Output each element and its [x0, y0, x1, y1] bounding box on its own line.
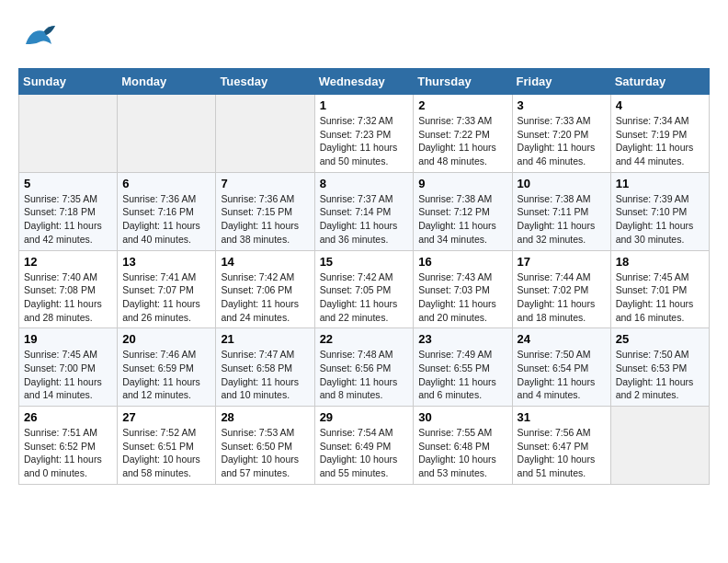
day-number: 27: [122, 410, 210, 424]
day-info: Sunrise: 7:32 AM Sunset: 7:23 PM Dayligh…: [320, 114, 409, 168]
calendar-cell: [216, 95, 314, 173]
day-info: Sunrise: 7:36 AM Sunset: 7:15 PM Dayligh…: [221, 192, 309, 247]
calendar-cell: 14Sunrise: 7:42 AM Sunset: 7:06 PM Dayli…: [216, 250, 314, 328]
calendar-cell: 27Sunrise: 7:52 AM Sunset: 6:51 PM Dayli…: [118, 407, 216, 485]
calendar-header-saturday: Saturday: [610, 69, 709, 95]
calendar-cell: 8Sunrise: 7:37 AM Sunset: 7:14 PM Daylig…: [314, 172, 414, 250]
calendar-cell: 6Sunrise: 7:36 AM Sunset: 7:16 PM Daylig…: [118, 172, 216, 250]
day-number: 2: [418, 98, 506, 112]
calendar-cell: 23Sunrise: 7:49 AM Sunset: 6:55 PM Dayli…: [414, 328, 512, 407]
calendar-cell: 9Sunrise: 7:38 AM Sunset: 7:12 PM Daylig…: [414, 172, 512, 250]
day-number: 22: [320, 332, 409, 346]
calendar-cell: 2Sunrise: 7:33 AM Sunset: 7:22 PM Daylig…: [414, 95, 512, 173]
calendar-cell: 11Sunrise: 7:39 AM Sunset: 7:10 PM Dayli…: [610, 172, 709, 250]
calendar-cell: 7Sunrise: 7:36 AM Sunset: 7:15 PM Daylig…: [216, 172, 314, 250]
day-info: Sunrise: 7:42 AM Sunset: 7:05 PM Dayligh…: [320, 270, 409, 325]
calendar-cell: 10Sunrise: 7:38 AM Sunset: 7:11 PM Dayli…: [512, 172, 610, 250]
calendar-cell: 20Sunrise: 7:46 AM Sunset: 6:59 PM Dayli…: [118, 328, 216, 407]
calendar-header-tuesday: Tuesday: [216, 69, 314, 95]
day-info: Sunrise: 7:53 AM Sunset: 6:50 PM Dayligh…: [221, 426, 309, 480]
day-number: 28: [221, 410, 309, 424]
day-number: 19: [24, 332, 112, 346]
calendar-cell: 21Sunrise: 7:47 AM Sunset: 6:58 PM Dayli…: [216, 328, 314, 407]
day-info: Sunrise: 7:40 AM Sunset: 7:08 PM Dayligh…: [24, 270, 112, 325]
calendar-cell: 26Sunrise: 7:51 AM Sunset: 6:52 PM Dayli…: [19, 407, 118, 485]
day-number: 15: [320, 255, 409, 269]
calendar-cell: 30Sunrise: 7:55 AM Sunset: 6:48 PM Dayli…: [414, 407, 512, 485]
day-info: Sunrise: 7:44 AM Sunset: 7:02 PM Dayligh…: [518, 270, 606, 325]
day-number: 9: [418, 177, 506, 190]
calendar-week-2: 5Sunrise: 7:35 AM Sunset: 7:18 PM Daylig…: [19, 172, 710, 250]
calendar-week-4: 19Sunrise: 7:45 AM Sunset: 7:00 PM Dayli…: [19, 328, 710, 407]
day-info: Sunrise: 7:46 AM Sunset: 6:59 PM Dayligh…: [122, 348, 210, 402]
day-info: Sunrise: 7:49 AM Sunset: 6:55 PM Dayligh…: [418, 348, 506, 402]
calendar-header-thursday: Thursday: [414, 69, 512, 95]
calendar-cell: 13Sunrise: 7:41 AM Sunset: 7:07 PM Dayli…: [118, 250, 216, 328]
calendar-cell: 1Sunrise: 7:32 AM Sunset: 7:23 PM Daylig…: [314, 95, 414, 173]
calendar-cell: [19, 95, 118, 173]
calendar-week-3: 12Sunrise: 7:40 AM Sunset: 7:08 PM Dayli…: [19, 250, 710, 328]
calendar-cell: 5Sunrise: 7:35 AM Sunset: 7:18 PM Daylig…: [19, 172, 118, 250]
calendar-header-wednesday: Wednesday: [314, 69, 414, 95]
day-number: 10: [518, 177, 606, 190]
calendar-cell: 28Sunrise: 7:53 AM Sunset: 6:50 PM Dayli…: [216, 407, 314, 485]
day-number: 24: [518, 332, 606, 346]
calendar-cell: 18Sunrise: 7:45 AM Sunset: 7:01 PM Dayli…: [610, 250, 709, 328]
day-info: Sunrise: 7:37 AM Sunset: 7:14 PM Dayligh…: [320, 192, 409, 247]
calendar-week-5: 26Sunrise: 7:51 AM Sunset: 6:52 PM Dayli…: [19, 407, 710, 485]
day-number: 21: [221, 332, 309, 346]
day-info: Sunrise: 7:42 AM Sunset: 7:06 PM Dayligh…: [221, 270, 309, 325]
day-number: 7: [221, 177, 309, 190]
calendar-table: SundayMondayTuesdayWednesdayThursdayFrid…: [18, 68, 710, 485]
day-number: 26: [24, 410, 112, 424]
day-number: 13: [122, 255, 210, 269]
day-info: Sunrise: 7:38 AM Sunset: 7:11 PM Dayligh…: [518, 192, 606, 247]
calendar-cell: [118, 95, 216, 173]
day-number: 14: [221, 255, 309, 269]
day-info: Sunrise: 7:38 AM Sunset: 7:12 PM Dayligh…: [418, 192, 506, 247]
calendar-cell: 31Sunrise: 7:56 AM Sunset: 6:47 PM Dayli…: [512, 407, 610, 485]
day-number: 3: [518, 98, 606, 112]
day-info: Sunrise: 7:33 AM Sunset: 7:22 PM Dayligh…: [418, 114, 506, 168]
calendar-body: 1Sunrise: 7:32 AM Sunset: 7:23 PM Daylig…: [19, 95, 710, 485]
day-info: Sunrise: 7:55 AM Sunset: 6:48 PM Dayligh…: [418, 426, 506, 480]
calendar-cell: 19Sunrise: 7:45 AM Sunset: 7:00 PM Dayli…: [19, 328, 118, 407]
day-info: Sunrise: 7:39 AM Sunset: 7:10 PM Dayligh…: [616, 192, 704, 247]
page-header: [18, 18, 710, 59]
calendar-header-friday: Friday: [512, 69, 610, 95]
logo: [18, 18, 63, 59]
day-number: 8: [320, 177, 409, 190]
day-info: Sunrise: 7:47 AM Sunset: 6:58 PM Dayligh…: [221, 348, 309, 402]
calendar-cell: 3Sunrise: 7:33 AM Sunset: 7:20 PM Daylig…: [512, 95, 610, 173]
day-info: Sunrise: 7:48 AM Sunset: 6:56 PM Dayligh…: [320, 348, 409, 402]
day-info: Sunrise: 7:41 AM Sunset: 7:07 PM Dayligh…: [122, 270, 210, 325]
day-info: Sunrise: 7:50 AM Sunset: 6:53 PM Dayligh…: [616, 348, 704, 402]
day-number: 20: [122, 332, 210, 346]
day-info: Sunrise: 7:35 AM Sunset: 7:18 PM Dayligh…: [24, 192, 112, 247]
calendar-cell: [610, 407, 709, 485]
day-number: 23: [418, 332, 506, 346]
day-number: 17: [518, 255, 606, 269]
day-info: Sunrise: 7:52 AM Sunset: 6:51 PM Dayligh…: [122, 426, 210, 480]
day-number: 18: [616, 255, 704, 269]
calendar-cell: 15Sunrise: 7:42 AM Sunset: 7:05 PM Dayli…: [314, 250, 414, 328]
logo-icon: [18, 18, 59, 59]
day-number: 4: [616, 98, 704, 112]
day-info: Sunrise: 7:34 AM Sunset: 7:19 PM Dayligh…: [616, 114, 704, 168]
day-number: 31: [518, 410, 606, 424]
day-info: Sunrise: 7:50 AM Sunset: 6:54 PM Dayligh…: [518, 348, 606, 402]
day-info: Sunrise: 7:54 AM Sunset: 6:49 PM Dayligh…: [320, 426, 409, 480]
day-info: Sunrise: 7:43 AM Sunset: 7:03 PM Dayligh…: [418, 270, 506, 325]
day-number: 25: [616, 332, 704, 346]
calendar-cell: 12Sunrise: 7:40 AM Sunset: 7:08 PM Dayli…: [19, 250, 118, 328]
day-number: 12: [24, 255, 112, 269]
day-number: 11: [616, 177, 704, 190]
calendar-cell: 29Sunrise: 7:54 AM Sunset: 6:49 PM Dayli…: [314, 407, 414, 485]
day-number: 5: [24, 177, 112, 190]
day-number: 29: [320, 410, 409, 424]
calendar-cell: 24Sunrise: 7:50 AM Sunset: 6:54 PM Dayli…: [512, 328, 610, 407]
calendar-header-monday: Monday: [118, 69, 216, 95]
day-number: 6: [122, 177, 210, 190]
calendar-cell: 17Sunrise: 7:44 AM Sunset: 7:02 PM Dayli…: [512, 250, 610, 328]
calendar-week-1: 1Sunrise: 7:32 AM Sunset: 7:23 PM Daylig…: [19, 95, 710, 173]
